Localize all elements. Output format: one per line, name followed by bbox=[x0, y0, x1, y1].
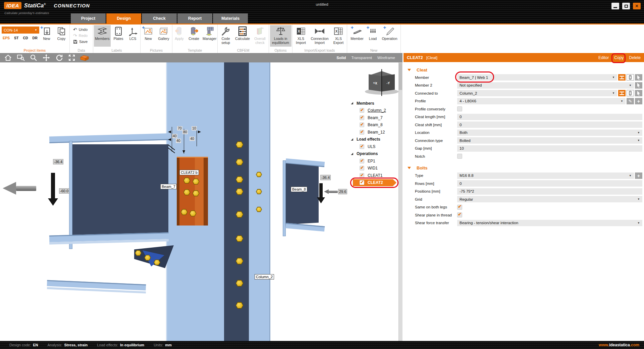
new-load-button[interactable]: + Load bbox=[366, 25, 380, 47]
label-cleat2b[interactable]: CLEAT2 b bbox=[179, 170, 199, 175]
checkbox-shear-plane-in-thread[interactable] bbox=[457, 212, 462, 217]
member-select-button[interactable] bbox=[618, 74, 626, 81]
select-member[interactable]: Beam_7 | Web 1▼ bbox=[457, 74, 617, 81]
new-picture-button[interactable]: + New bbox=[141, 25, 155, 47]
section-cleat[interactable]: Cleat bbox=[404, 66, 644, 73]
tree-item-beam-7[interactable]: Beam_7 bbox=[350, 114, 401, 121]
new-member-button[interactable]: + Member bbox=[349, 25, 366, 47]
xls-import-button[interactable]: X XLS Import bbox=[293, 25, 309, 47]
checkbox-ep1[interactable] bbox=[360, 159, 364, 163]
mode-wireframe[interactable]: Wireframe bbox=[377, 56, 395, 60]
save-button[interactable]: Save bbox=[70, 39, 93, 45]
pick-in-scene-button[interactable] bbox=[635, 82, 642, 89]
code-st[interactable]: ST bbox=[14, 36, 18, 40]
column-flange-back[interactable] bbox=[249, 62, 270, 341]
select-member-2[interactable]: Not specified▼ bbox=[457, 82, 634, 89]
checkbox-profile-conversely[interactable] bbox=[457, 106, 462, 111]
label-beam8[interactable]: Beam_8 bbox=[291, 187, 307, 192]
editor-button[interactable]: Editor bbox=[598, 55, 609, 60]
undo-button[interactable]: ↶Undo bbox=[70, 27, 93, 33]
template-manager-button[interactable]: Manager bbox=[202, 25, 217, 47]
tree-section-operations[interactable]: Operations bbox=[350, 150, 401, 158]
cube-face-y[interactable]: -Y bbox=[382, 74, 395, 91]
input-gap-mm[interactable]: 10 bbox=[457, 145, 642, 152]
project-item-combo[interactable]: CON-14 ▼ bbox=[2, 27, 39, 34]
input-positions-mm[interactable]: -75 75*2 bbox=[457, 188, 642, 195]
tab-design[interactable]: Design bbox=[106, 13, 141, 23]
viewport-3d[interactable]: 70 80 10 40 40 40 -36.4 -60.0 -36.4 29.6… bbox=[0, 62, 398, 341]
tab-check[interactable]: Check bbox=[142, 13, 177, 23]
pan-button[interactable] bbox=[42, 54, 51, 62]
select-connection-type[interactable]: Bolted▼ bbox=[457, 137, 642, 144]
cube-face-x[interactable]: +X bbox=[369, 74, 382, 91]
rotate-button[interactable] bbox=[54, 54, 64, 62]
tab-report[interactable]: Report bbox=[177, 13, 212, 23]
label-beam7[interactable]: Beam_7 bbox=[160, 184, 177, 189]
navigation-cube[interactable]: +X -Y bbox=[368, 70, 396, 97]
tree-item-wid1[interactable]: WID1 bbox=[350, 165, 401, 172]
checkbox-cleat1[interactable] bbox=[360, 173, 364, 178]
tree-item-beam-8[interactable]: Beam_8 bbox=[350, 121, 401, 129]
label-column2[interactable]: Column_2 bbox=[255, 274, 274, 280]
new-project-item-button[interactable]: + New bbox=[40, 25, 54, 47]
tree-item-cleat1[interactable]: CLEAT1 bbox=[350, 172, 401, 179]
input-cleat-shift-mm[interactable]: 0 bbox=[457, 121, 642, 128]
tree-section-members[interactable]: Members bbox=[350, 100, 401, 107]
input-rows-mm[interactable]: 0 bbox=[457, 180, 642, 187]
close-button[interactable]: ✕ bbox=[633, 3, 641, 9]
minimize-button[interactable] bbox=[611, 3, 619, 9]
select-location[interactable]: Both▼ bbox=[457, 130, 642, 136]
zoom-fit-button[interactable] bbox=[67, 54, 76, 62]
zoom-window-button[interactable] bbox=[16, 54, 25, 62]
website-link[interactable]: www.ideastatica.com bbox=[599, 343, 639, 347]
section-bolts[interactable]: Bolts bbox=[404, 164, 644, 172]
delete-button[interactable]: Delete bbox=[629, 55, 641, 60]
redo-button[interactable]: ↷Redo bbox=[70, 33, 93, 39]
tree-section-load-effects[interactable]: Load effects bbox=[350, 136, 401, 143]
edit-profile-button[interactable]: ✎ bbox=[627, 98, 634, 104]
calculate-button[interactable]: Calculate bbox=[234, 25, 251, 47]
tree-item-cleat2[interactable]: CLEAT2 bbox=[353, 179, 396, 187]
loads-in-equilibrium-toggle[interactable]: Loads in equilibrium bbox=[270, 25, 291, 47]
checkbox-same-on-both-legs[interactable] bbox=[457, 205, 462, 210]
mode-transparent[interactable]: Transparent bbox=[351, 56, 372, 60]
add-button[interactable]: + bbox=[635, 98, 642, 104]
beam7-end-plate[interactable] bbox=[69, 141, 72, 249]
code-eps[interactable]: EPS bbox=[3, 36, 10, 40]
plate-select-button[interactable] bbox=[627, 90, 634, 96]
code-dr[interactable]: DR bbox=[33, 36, 38, 40]
new-operation-button[interactable]: + Operation bbox=[380, 25, 399, 47]
tree-item-column-2[interactable]: Column_2 bbox=[350, 107, 401, 114]
beam8-bottom-flange[interactable] bbox=[285, 223, 325, 232]
template-create-button[interactable]: Create bbox=[187, 25, 201, 47]
beam7-top-flange[interactable] bbox=[49, 133, 169, 143]
checkbox-beam-8[interactable] bbox=[360, 122, 364, 127]
tree-item-uls[interactable]: ULS bbox=[350, 143, 401, 150]
plate-select-button[interactable] bbox=[627, 74, 634, 81]
checkbox-wid1[interactable] bbox=[360, 166, 364, 170]
input-cleat-length-mm[interactable]: 0 bbox=[457, 114, 642, 120]
xls-export-button[interactable]: X XLS Export bbox=[331, 25, 346, 47]
checkbox-beam-12[interactable] bbox=[360, 130, 364, 135]
divider-thumb[interactable] bbox=[399, 63, 402, 90]
zoom-button[interactable] bbox=[29, 54, 38, 62]
checkbox-cleat2[interactable] bbox=[360, 180, 364, 185]
collapse-icon[interactable] bbox=[351, 102, 353, 104]
code-setup-button[interactable]: Code setup bbox=[218, 25, 233, 47]
beam8-web[interactable] bbox=[286, 163, 319, 225]
beam7-web[interactable] bbox=[72, 144, 168, 236]
member-select-button[interactable] bbox=[618, 90, 626, 96]
collapse-icon[interactable] bbox=[351, 153, 353, 155]
copy-button[interactable]: Copy bbox=[614, 55, 624, 60]
template-apply-button[interactable]: Apply bbox=[172, 25, 186, 47]
checkbox-uls[interactable] bbox=[360, 144, 364, 149]
pick-in-scene-button[interactable] bbox=[635, 90, 642, 96]
tab-materials[interactable]: Materials bbox=[213, 13, 248, 23]
maximize-button[interactable] bbox=[622, 3, 630, 9]
select-connected-to[interactable]: Column_2▼ bbox=[457, 90, 617, 96]
tree-item-beam-12[interactable]: Beam_12 bbox=[350, 129, 401, 136]
copy-project-item-button[interactable]: Copy bbox=[54, 25, 68, 47]
pick-in-scene-button[interactable] bbox=[635, 74, 642, 81]
column-web[interactable] bbox=[224, 62, 249, 341]
beam8-end-plate[interactable] bbox=[283, 160, 286, 236]
